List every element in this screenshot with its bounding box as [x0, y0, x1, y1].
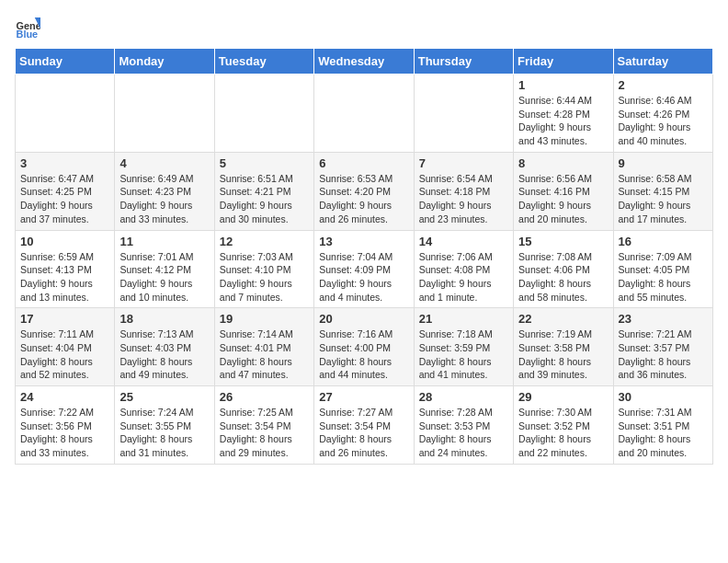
day-info: Sunrise: 7:14 AMSunset: 4:01 PMDaylight:… [220, 327, 309, 382]
day-info: Sunrise: 7:01 AMSunset: 4:12 PMDaylight:… [119, 250, 209, 304]
day-info: Sunrise: 7:08 AMSunset: 4:06 PMDaylight:… [518, 250, 608, 304]
day-info: Sunrise: 7:11 AMSunset: 4:04 PMDaylight:… [20, 327, 109, 382]
page-header: General Blue [15, 15, 713, 40]
day-info: Sunrise: 6:51 AMSunset: 4:21 PMDaylight:… [220, 172, 309, 226]
day-info: Sunrise: 7:18 AMSunset: 3:59 PMDaylight:… [419, 327, 508, 382]
calendar-cell [414, 75, 513, 153]
calendar-cell: 18Sunrise: 7:13 AMSunset: 4:03 PMDayligh… [115, 308, 214, 386]
day-number: 27 [319, 390, 408, 404]
day-number: 10 [20, 235, 109, 248]
day-number: 30 [619, 390, 708, 404]
day-number: 1 [518, 78, 608, 92]
day-number: 17 [20, 312, 109, 326]
day-number: 3 [20, 156, 109, 170]
calendar-cell: 2Sunrise: 6:46 AMSunset: 4:26 PMDaylight… [613, 75, 712, 153]
calendar-cell: 10Sunrise: 6:59 AMSunset: 4:13 PMDayligh… [16, 230, 115, 308]
logo: General Blue [15, 15, 44, 40]
day-number: 7 [419, 156, 508, 170]
svg-text:Blue: Blue [17, 29, 39, 40]
day-info: Sunrise: 7:27 AMSunset: 3:54 PMDaylight:… [319, 406, 408, 460]
day-number: 26 [220, 390, 309, 404]
day-number: 18 [119, 312, 209, 326]
day-info: Sunrise: 6:53 AMSunset: 4:20 PMDaylight:… [319, 172, 408, 226]
calendar-cell: 5Sunrise: 6:51 AMSunset: 4:21 PMDaylight… [214, 152, 313, 230]
calendar-cell: 27Sunrise: 7:27 AMSunset: 3:54 PMDayligh… [314, 386, 414, 465]
day-info: Sunrise: 7:04 AMSunset: 4:09 PMDaylight:… [319, 250, 408, 304]
calendar-cell: 20Sunrise: 7:16 AMSunset: 4:00 PMDayligh… [314, 308, 414, 386]
weekday-header-friday: Friday [514, 49, 613, 75]
day-info: Sunrise: 7:13 AMSunset: 4:03 PMDaylight:… [119, 327, 209, 382]
day-info: Sunrise: 7:25 AMSunset: 3:54 PMDaylight:… [220, 406, 309, 460]
calendar-cell [115, 75, 214, 153]
calendar-week-row: 17Sunrise: 7:11 AMSunset: 4:04 PMDayligh… [16, 308, 713, 386]
day-number: 23 [619, 312, 708, 326]
day-number: 24 [20, 390, 109, 404]
day-number: 15 [518, 235, 608, 248]
calendar-week-row: 3Sunrise: 6:47 AMSunset: 4:25 PMDaylight… [16, 152, 713, 230]
weekday-header-thursday: Thursday [414, 49, 513, 75]
day-number: 4 [119, 156, 209, 170]
day-number: 2 [619, 78, 708, 92]
calendar-week-row: 24Sunrise: 7:22 AMSunset: 3:56 PMDayligh… [16, 386, 713, 465]
day-info: Sunrise: 6:44 AMSunset: 4:28 PMDaylight:… [518, 94, 608, 148]
day-info: Sunrise: 6:54 AMSunset: 4:18 PMDaylight:… [419, 172, 508, 226]
day-info: Sunrise: 6:58 AMSunset: 4:15 PMDaylight:… [619, 172, 708, 226]
day-info: Sunrise: 7:06 AMSunset: 4:08 PMDaylight:… [419, 250, 508, 304]
calendar-cell: 25Sunrise: 7:24 AMSunset: 3:55 PMDayligh… [115, 386, 214, 465]
day-info: Sunrise: 7:21 AMSunset: 3:57 PMDaylight:… [619, 327, 708, 382]
day-info: Sunrise: 6:56 AMSunset: 4:16 PMDaylight:… [518, 172, 608, 226]
day-info: Sunrise: 7:22 AMSunset: 3:56 PMDaylight:… [20, 406, 109, 460]
calendar-cell: 23Sunrise: 7:21 AMSunset: 3:57 PMDayligh… [613, 308, 712, 386]
calendar-cell: 8Sunrise: 6:56 AMSunset: 4:16 PMDaylight… [514, 152, 613, 230]
calendar-cell: 6Sunrise: 6:53 AMSunset: 4:20 PMDaylight… [314, 152, 414, 230]
calendar-cell: 4Sunrise: 6:49 AMSunset: 4:23 PMDaylight… [115, 152, 214, 230]
calendar-cell: 13Sunrise: 7:04 AMSunset: 4:09 PMDayligh… [314, 230, 414, 308]
day-number: 6 [319, 156, 408, 170]
day-info: Sunrise: 6:46 AMSunset: 4:26 PMDaylight:… [619, 94, 708, 148]
calendar-week-row: 10Sunrise: 6:59 AMSunset: 4:13 PMDayligh… [16, 230, 713, 308]
day-info: Sunrise: 6:47 AMSunset: 4:25 PMDaylight:… [20, 172, 109, 226]
calendar-cell: 11Sunrise: 7:01 AMSunset: 4:12 PMDayligh… [115, 230, 214, 308]
calendar-cell: 24Sunrise: 7:22 AMSunset: 3:56 PMDayligh… [16, 386, 115, 465]
calendar-cell: 9Sunrise: 6:58 AMSunset: 4:15 PMDaylight… [613, 152, 712, 230]
calendar-cell: 14Sunrise: 7:06 AMSunset: 4:08 PMDayligh… [414, 230, 513, 308]
calendar-cell [314, 75, 414, 153]
calendar-cell: 21Sunrise: 7:18 AMSunset: 3:59 PMDayligh… [414, 308, 513, 386]
calendar-cell: 30Sunrise: 7:31 AMSunset: 3:51 PMDayligh… [613, 386, 712, 465]
day-info: Sunrise: 6:49 AMSunset: 4:23 PMDaylight:… [119, 172, 209, 226]
day-info: Sunrise: 7:24 AMSunset: 3:55 PMDaylight:… [119, 406, 209, 460]
calendar-cell [214, 75, 313, 153]
calendar-cell: 7Sunrise: 6:54 AMSunset: 4:18 PMDaylight… [414, 152, 513, 230]
day-info: Sunrise: 7:30 AMSunset: 3:52 PMDaylight:… [518, 406, 608, 460]
calendar-cell: 15Sunrise: 7:08 AMSunset: 4:06 PMDayligh… [514, 230, 613, 308]
day-info: Sunrise: 7:28 AMSunset: 3:53 PMDaylight:… [419, 406, 508, 460]
day-number: 11 [119, 235, 209, 248]
day-number: 28 [419, 390, 508, 404]
day-number: 12 [220, 235, 309, 248]
day-number: 16 [619, 235, 708, 248]
calendar-cell [16, 75, 115, 153]
calendar-cell: 29Sunrise: 7:30 AMSunset: 3:52 PMDayligh… [514, 386, 613, 465]
day-number: 25 [119, 390, 209, 404]
day-info: Sunrise: 7:03 AMSunset: 4:10 PMDaylight:… [220, 250, 309, 304]
day-number: 29 [518, 390, 608, 404]
day-number: 22 [518, 312, 608, 326]
weekday-header-sunday: Sunday [16, 49, 115, 75]
weekday-header-wednesday: Wednesday [314, 49, 414, 75]
calendar-cell: 1Sunrise: 6:44 AMSunset: 4:28 PMDaylight… [514, 75, 613, 153]
day-number: 9 [619, 156, 708, 170]
weekday-header-monday: Monday [115, 49, 214, 75]
day-info: Sunrise: 7:19 AMSunset: 3:58 PMDaylight:… [518, 327, 608, 382]
calendar-cell: 3Sunrise: 6:47 AMSunset: 4:25 PMDaylight… [16, 152, 115, 230]
calendar-cell: 28Sunrise: 7:28 AMSunset: 3:53 PMDayligh… [414, 386, 513, 465]
calendar-cell: 22Sunrise: 7:19 AMSunset: 3:58 PMDayligh… [514, 308, 613, 386]
day-info: Sunrise: 7:09 AMSunset: 4:05 PMDaylight:… [619, 250, 708, 304]
day-number: 19 [220, 312, 309, 326]
day-info: Sunrise: 6:59 AMSunset: 4:13 PMDaylight:… [20, 250, 109, 304]
logo-icon: General Blue [15, 15, 40, 40]
weekday-header-row: SundayMondayTuesdayWednesdayThursdayFrid… [16, 49, 713, 75]
day-number: 21 [419, 312, 508, 326]
calendar-cell: 17Sunrise: 7:11 AMSunset: 4:04 PMDayligh… [16, 308, 115, 386]
calendar-table: SundayMondayTuesdayWednesdayThursdayFrid… [15, 48, 713, 465]
day-number: 20 [319, 312, 408, 326]
